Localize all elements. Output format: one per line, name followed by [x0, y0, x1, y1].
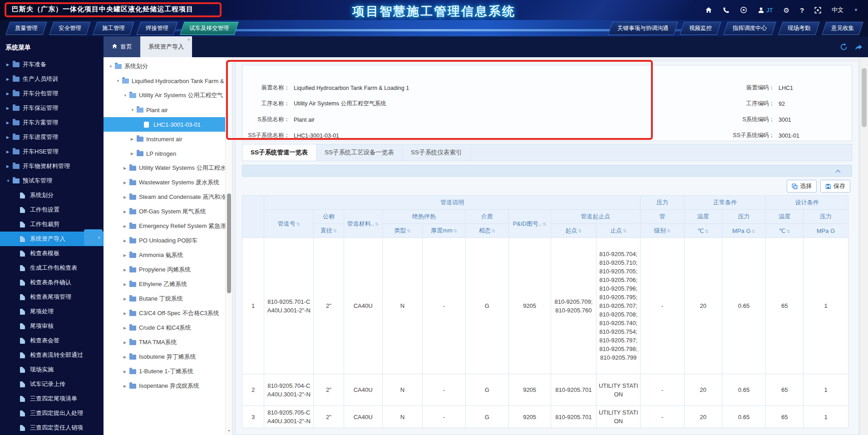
tree-node[interactable]: ▶ Ethylene 乙烯系统	[104, 277, 232, 292]
column-header-type[interactable]: 类型⇅	[382, 224, 423, 238]
sidebar-item[interactable]: ▶ 开车进度管理	[0, 130, 104, 144]
module-tab[interactable]: 施工管理	[93, 22, 134, 35]
module-tab[interactable]: 质量管理	[5, 22, 47, 35]
column-header-class[interactable]: 级别⇅	[641, 224, 685, 238]
filter-collapse-bar[interactable]	[242, 165, 852, 177]
expand-arrow-icon[interactable]: ▶	[6, 63, 13, 67]
language-selector[interactable]: 中文	[832, 6, 843, 14]
expand-arrow-icon[interactable]: ▶	[6, 121, 13, 125]
column-header-mpa-design[interactable]: MPa G	[804, 224, 848, 238]
column-header-celsius-design[interactable]: ℃⇅	[766, 224, 804, 238]
expand-arrow-icon[interactable]: ▼	[123, 94, 129, 98]
expand-arrow-icon[interactable]: ▶	[123, 268, 129, 272]
tree-scrollbar-thumb[interactable]	[227, 193, 231, 293]
column-header-diameter[interactable]: 直径⇅	[314, 224, 344, 238]
sidebar-item[interactable]: ▶ 生产人员培训	[0, 72, 104, 86]
table-row[interactable]: 2810-9205.704-CA40U.3001-2"-N2"CA40UN-G9…	[242, 374, 848, 406]
expand-arrow-icon[interactable]: ▶	[123, 253, 129, 257]
sidebar-item[interactable]: 尾项审核	[0, 319, 104, 333]
sidebar-item[interactable]: ▶ 开车分包管理	[0, 86, 104, 101]
module-tab[interactable]: 焊接管理	[136, 22, 178, 35]
refresh-icon[interactable]	[840, 43, 848, 51]
sidebar-collapse-handle[interactable]: ‹	[84, 229, 103, 246]
sidebar-item[interactable]: 系统划分	[0, 188, 104, 203]
tree-node[interactable]: ▶ Crude C4 粗C4系统	[104, 321, 232, 335]
expand-arrow-icon[interactable]: ▶	[123, 282, 129, 287]
expand-arrow-icon[interactable]: ▶	[123, 166, 129, 170]
content-scrollbar-thumb[interactable]	[862, 68, 867, 127]
sidebar-item[interactable]: ▶ 开车保运管理	[0, 101, 104, 115]
tree-node[interactable]: ▶ Off-Gas System 尾气系统	[104, 204, 232, 219]
column-header-start[interactable]: 起点⇅	[551, 224, 597, 238]
sort-icon[interactable]: ⇅	[623, 228, 626, 233]
sidebar-item[interactable]: 三查四定责任人销项	[0, 420, 104, 435]
expand-arrow-icon[interactable]: ▶	[123, 355, 129, 359]
sidebar-item[interactable]: 现场实施	[0, 362, 104, 377]
column-header-celsius-normal[interactable]: ℃⇅	[684, 224, 722, 238]
expand-arrow-icon[interactable]: ▶	[123, 384, 129, 388]
tree-node[interactable]: ▶ Butane 丁烷系统	[104, 292, 232, 306]
sidebar-item[interactable]: ▶ 开车HSE管理	[0, 144, 104, 159]
tree-node[interactable]: ▶ Propylene 丙烯系统	[104, 262, 232, 277]
tree-node[interactable]: LHC1-3001-03-01	[104, 117, 232, 132]
expand-arrow-icon[interactable]: ▶	[6, 106, 13, 110]
message-circle-icon[interactable]	[740, 6, 747, 14]
user-icon[interactable]: JT	[758, 7, 773, 14]
module-tab[interactable]: 安全管理	[49, 22, 90, 35]
sidebar-item[interactable]: 试车记录上传	[0, 377, 104, 391]
expand-arrow-icon[interactable]: ▶	[131, 137, 137, 141]
tree-node[interactable]: ▶ Emergency Relief System 紧急泄放	[104, 219, 232, 233]
scroll-down-arrow-icon[interactable]: ▼	[226, 428, 232, 434]
tree-node[interactable]: ▶ PO Unloading PO卸车	[104, 233, 232, 248]
sidebar-item[interactable]: 检查表模板	[0, 246, 104, 261]
expand-arrow-icon[interactable]: ▶	[123, 210, 129, 214]
expand-arrow-icon[interactable]: ▼	[6, 179, 13, 183]
expand-arrow-icon[interactable]: ▶	[123, 297, 129, 301]
module-tab[interactable]: 试车及移交管理	[180, 22, 238, 35]
sort-icon[interactable]: ⇅	[786, 229, 790, 234]
tree-node[interactable]: ▶ Instrument air	[104, 132, 232, 146]
sort-icon[interactable]: ⇅	[296, 222, 300, 227]
sidebar-item[interactable]: 检查表尾项管理	[0, 290, 104, 304]
sort-icon[interactable]: ⇅	[375, 222, 379, 227]
expand-arrow-icon[interactable]: ▶	[6, 164, 13, 168]
expand-arrow-icon[interactable]: ▶	[123, 370, 129, 374]
expand-arrow-icon[interactable]: ▼	[131, 108, 137, 112]
save-button[interactable]: 保存	[820, 180, 850, 193]
module-tab[interactable]: 视频监控	[680, 22, 721, 35]
tab-equipment-list[interactable]: SS子系统工艺设备一览表	[316, 144, 403, 161]
expand-arrow-icon[interactable]: ▶	[123, 239, 129, 243]
tree-node[interactable]: ▶ Utility Water Systems 公用工程水	[104, 161, 232, 175]
expand-arrow-icon[interactable]: ▶	[123, 326, 129, 330]
sidebar-item[interactable]: 检查表流转全部通过	[0, 348, 104, 362]
expand-arrow-icon[interactable]: ▶	[123, 181, 129, 185]
sort-icon[interactable]: ⇅	[542, 222, 546, 227]
expand-arrow-icon[interactable]: ▶	[123, 195, 129, 199]
column-header-mpa-normal[interactable]: MPa G⇅	[722, 224, 766, 238]
expand-arrow-icon[interactable]: ▶	[123, 224, 129, 228]
tree-node[interactable]: ▼ Plant air	[104, 103, 232, 117]
sort-icon[interactable]: ⇅	[454, 228, 457, 233]
sort-icon[interactable]: ⇅	[667, 228, 671, 233]
expand-arrow-icon[interactable]: ▶	[6, 92, 13, 96]
fullscreen-icon[interactable]	[814, 7, 821, 14]
tree-node[interactable]: ▶ Isopentane 异戊烷系统	[104, 379, 232, 393]
expand-arrow-icon[interactable]: ▶	[123, 311, 129, 316]
module-tab[interactable]: 现场考勤	[778, 22, 819, 35]
home-icon[interactable]	[705, 6, 712, 14]
sort-icon[interactable]: ⇅	[705, 229, 709, 234]
tree-node[interactable]: ▶ Steam and Condensate 蒸汽和冷凝	[104, 190, 232, 204]
column-header-pid[interactable]: P&ID图号..⇅	[508, 210, 551, 238]
module-tab[interactable]: 意见收集	[822, 22, 863, 35]
column-header-end[interactable]: 止点⇅	[597, 224, 641, 238]
sidebar-item[interactable]: ▼ 预试车管理	[0, 173, 104, 188]
sidebar-item[interactable]: 尾项处理	[0, 304, 104, 319]
expand-arrow-icon[interactable]: ▶	[123, 341, 129, 345]
sidebar-item[interactable]: 三查四定提出人处理	[0, 406, 104, 420]
column-header-phase[interactable]: 相态⇅	[465, 224, 508, 238]
share-arrow-icon[interactable]	[855, 43, 863, 51]
expand-arrow-icon[interactable]: ▶	[6, 150, 13, 154]
tree-node[interactable]: ▶ LP nitrogen	[104, 146, 232, 161]
table-row[interactable]: 1810-9205.701-CA40U.3001-2"-N2"CA40UN-G9…	[242, 238, 848, 374]
sort-icon[interactable]: ⇅	[407, 228, 410, 233]
